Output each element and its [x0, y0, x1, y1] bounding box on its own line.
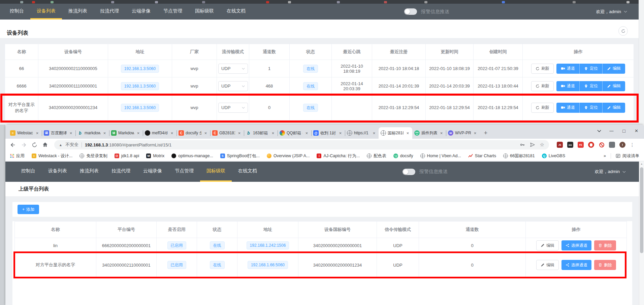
bookmark-optimus[interactable]: optimus-manage... [171, 154, 213, 158]
bookmark-docsify[interactable]: docsify [393, 154, 413, 158]
tab-close-icon[interactable]: × [473, 131, 478, 136]
tab-close-icon[interactable]: × [304, 131, 309, 136]
browser-tab[interactable]: markdow× [75, 127, 109, 139]
edit-device-button[interactable]: 编辑 [603, 81, 625, 91]
edit-platform-button[interactable]: 编辑 [536, 260, 559, 270]
user-menu[interactable]: 欢迎，admin [596, 4, 627, 20]
close-window-button[interactable]: × [630, 125, 643, 137]
nav-item-online-docs[interactable]: 在线文档 [220, 4, 252, 20]
bookmark-star-charts[interactable]: Star Charts [468, 154, 496, 158]
browser-tab[interactable]: docsify 生× [176, 127, 210, 139]
bookmark-webstack[interactable]: Webstack - 设计... [32, 153, 72, 159]
stream-mode-select[interactable]: UDP [218, 103, 248, 113]
channel-button[interactable]: 通道 [556, 103, 580, 113]
refresh-device-button[interactable]: 刷新 [531, 64, 554, 74]
tab-close-icon[interactable]: × [237, 131, 242, 136]
bookmark-star-icon[interactable]: ☆ [540, 142, 544, 148]
channel-button[interactable]: 通道 [556, 81, 580, 91]
scrollbar[interactable]: ▲ [639, 161, 644, 305]
bookmark-aj-captcha[interactable]: AJ-Captcha: 行为... [317, 153, 360, 159]
bookmark-jdk-api[interactable]: jdk1.8 api [115, 154, 139, 158]
extensions-puzzle-icon[interactable] [609, 142, 615, 148]
browser-tab[interactable]: Webstack× [8, 127, 42, 139]
address-badge[interactable]: 192.168.1.66:5060 [248, 261, 288, 269]
browser-tab-active[interactable]: 国标2818× [379, 127, 412, 139]
select-channel-button[interactable]: 选择通道 [561, 240, 591, 250]
address-badge[interactable]: 192.168.1.3:5060 [121, 82, 159, 90]
tab-close-icon[interactable]: × [68, 131, 73, 136]
browser-tab[interactable]: meff34/d× [143, 127, 176, 139]
security-label[interactable]: 不安全 [65, 142, 78, 148]
fe-extension-icon[interactable]: FE [578, 142, 584, 148]
address-badge[interactable]: 192.168.1.3:5060 [121, 104, 159, 112]
browser-menu-icon[interactable]: ⋮ [630, 142, 635, 147]
forward-icon[interactable] [20, 141, 28, 149]
bookmark-motrix[interactable]: Motrix [146, 154, 164, 158]
refresh-device-button[interactable]: 刷新 [531, 81, 554, 91]
bookmark-apps[interactable]: 应用 [10, 153, 25, 159]
scrollbar-thumb[interactable] [640, 167, 643, 253]
nav-item-cloud-record[interactable]: 云端录像 [125, 4, 157, 20]
profile-avatar[interactable]: I [619, 142, 625, 148]
scroll-up-icon[interactable]: ▲ [639, 161, 644, 166]
nav-item-gb-cascade[interactable]: 国标级联 [189, 4, 220, 20]
refresh-page-button[interactable] [618, 26, 628, 36]
nav-item-console[interactable]: 控制台 [15, 162, 42, 182]
nav-item-push-list[interactable]: 推流列表 [73, 162, 105, 182]
stream-mode-select[interactable]: UDP [218, 81, 248, 91]
new-tab-button[interactable]: + [481, 128, 490, 138]
scrollbar[interactable] [639, 0, 644, 125]
tab-close-icon[interactable]: × [169, 131, 174, 136]
browser-tab[interactable]: GB28181× [210, 127, 244, 139]
nav-item-pull-proxy[interactable]: 拉流代理 [105, 162, 137, 182]
tab-close-icon[interactable]: × [35, 131, 40, 136]
browser-tab[interactable]: QQ邮箱 -× [278, 127, 311, 139]
alarm-push-toggle[interactable] [402, 169, 415, 175]
browser-tab[interactable]: https://1× [345, 127, 379, 139]
nav-item-node-manage[interactable]: 节点管理 [157, 4, 189, 20]
url-text[interactable]: 192.168.1.3:18080/#/parentPlatformList/1… [85, 142, 171, 147]
js-extension-icon[interactable]: JS [557, 142, 563, 148]
select-channel-button[interactable]: 选择通道 [561, 260, 591, 270]
stream-mode-select[interactable]: UDP [218, 64, 248, 74]
bookmark-color-table[interactable]: 配色表 [367, 153, 386, 159]
locate-button[interactable]: 定位 [580, 81, 603, 91]
nav-item-online-docs[interactable]: 在线文档 [232, 162, 263, 182]
password-key-icon[interactable] [520, 142, 525, 147]
delete-platform-button[interactable]: 删除 [594, 240, 616, 250]
tab-close-icon[interactable]: × [270, 131, 276, 136]
address-badge[interactable]: 192.168.1.3:5060 [121, 65, 159, 73]
browser-tab[interactable]: 百度翻译× [42, 127, 75, 139]
bookmark-springboot[interactable]: SpringBoot打包... [220, 153, 260, 159]
nav-item-pull-proxy[interactable]: 拉流代理 [94, 4, 125, 20]
address-badge[interactable]: 192.168.1.242:1506 [247, 241, 289, 249]
nav-item-cloud-record[interactable]: 云端录像 [137, 162, 168, 182]
tab-close-icon[interactable]: × [439, 131, 444, 136]
address-bar[interactable]: ▲ 不安全 192.168.1.3:18080/#/parentPlatform… [54, 140, 549, 149]
bookmark-vben[interactable]: Home | Vben Ad... [420, 154, 461, 158]
adblock-hand-extension-icon[interactable] [588, 142, 594, 148]
minimize-button[interactable]: — [605, 125, 618, 137]
bookmarks-overflow-icon[interactable]: » [604, 154, 606, 158]
browser-tab[interactable]: Markdow× [109, 127, 143, 139]
edit-device-button[interactable]: 编辑 [603, 103, 625, 113]
bookmark-copy-free[interactable]: 免登录复制 [79, 153, 107, 159]
blocker-extension-icon[interactable] [599, 142, 605, 148]
tab-close-icon[interactable]: × [136, 131, 141, 136]
proxy-glasses-extension-icon[interactable]: oo [567, 142, 573, 148]
edit-platform-button[interactable]: 编辑 [536, 240, 559, 250]
tab-close-icon[interactable]: × [102, 131, 107, 136]
bookmark-jsip-overview[interactable]: Overview (JSIP A... [267, 154, 310, 158]
nav-item-device-list[interactable]: 设备列表 [42, 162, 73, 182]
refresh-device-button[interactable]: 刷新 [531, 103, 554, 113]
nav-item-node-manage[interactable]: 节点管理 [168, 162, 200, 182]
nav-item-push-list[interactable]: 推流列表 [62, 4, 94, 20]
browser-tab[interactable]: 插件列表× [412, 127, 446, 139]
browser-tab[interactable]: WVP-PRO× [446, 127, 480, 139]
edit-device-button[interactable]: 编辑 [603, 64, 625, 74]
browser-tab[interactable]: 收到 1封× [311, 127, 345, 139]
tab-close-icon[interactable]: × [405, 131, 410, 136]
reading-list-button[interactable]: 阅读清单 [616, 153, 639, 159]
tab-close-icon[interactable]: × [203, 131, 208, 136]
home-icon[interactable] [41, 141, 49, 149]
